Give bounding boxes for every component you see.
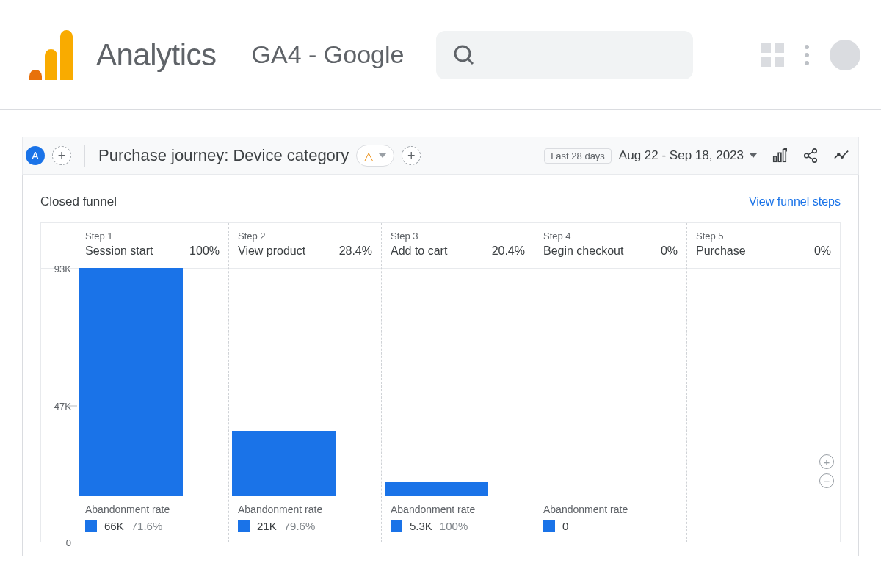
- analytics-logo: [29, 30, 73, 80]
- y-axis: 93K 47K 0: [41, 223, 76, 542]
- more-menu-icon[interactable]: [805, 45, 809, 65]
- step-completion-pct: 100%: [189, 244, 220, 258]
- step-name: View product: [238, 244, 305, 258]
- abandonment-count: 5.3K: [410, 520, 432, 532]
- header-actions: [761, 40, 860, 70]
- abandonment-label: Abandonment rate: [543, 504, 678, 515]
- abandonment-rate: 100%: [440, 520, 468, 532]
- property-name[interactable]: GA4 - Google: [252, 40, 405, 69]
- account-avatar[interactable]: [830, 40, 860, 70]
- svg-point-0: [455, 46, 470, 61]
- funnel-step: Step 3 Add to cart 20.4% Abandonment rat…: [382, 223, 534, 542]
- logo-bar-icon: [60, 30, 73, 80]
- funnel-card: Closed funnel View funnel steps 93K 47K …: [22, 175, 859, 556]
- abandonment-label: Abandonment rate: [391, 504, 525, 515]
- svg-point-11: [841, 156, 844, 158]
- step-number: Step 3: [391, 231, 525, 242]
- funnel-bar: [232, 431, 336, 496]
- customize-report-icon[interactable]: [772, 148, 788, 164]
- warning-triangle-icon: △: [364, 149, 373, 163]
- step-number: Step 5: [696, 231, 831, 242]
- funnel-step: Step 1 Session start 100% Abandonment ra…: [76, 223, 229, 542]
- series-color-swatch: [543, 520, 555, 532]
- divider: [84, 145, 85, 167]
- svg-line-9: [808, 156, 813, 159]
- y-tick-label: 93K: [54, 264, 71, 275]
- search-icon: [452, 43, 476, 67]
- report-title: Purchase journey: Device category: [98, 146, 349, 165]
- funnel-bar: [385, 482, 488, 496]
- apps-grid-icon[interactable]: [761, 43, 784, 67]
- svg-line-8: [808, 152, 813, 155]
- svg-point-7: [813, 159, 817, 163]
- add-comparison-button[interactable]: +: [402, 146, 421, 165]
- abandonment-count: 66K: [104, 520, 124, 532]
- app-header: Analytics GA4 - Google: [0, 0, 881, 110]
- step-completion-pct: 28.4%: [339, 244, 372, 258]
- step-completion-pct: 20.4%: [492, 244, 525, 258]
- segment-chip[interactable]: A: [26, 146, 45, 165]
- svg-line-1: [468, 59, 474, 64]
- funnel-step: Step 5 Purchase 0% + − .: [687, 223, 840, 542]
- abandonment-rate: 71.6%: [131, 520, 163, 532]
- step-number: Step 2: [238, 231, 372, 242]
- funnel-steps: Step 1 Session start 100% Abandonment ra…: [76, 223, 840, 542]
- series-color-swatch: [238, 520, 250, 532]
- date-range-text: Aug 22 - Sep 18, 2023: [619, 148, 744, 163]
- funnel-step: Step 4 Begin checkout 0% Abandonment rat…: [534, 223, 687, 542]
- date-range-picker[interactable]: Aug 22 - Sep 18, 2023: [619, 148, 757, 163]
- svg-point-6: [805, 153, 809, 158]
- brand-name: Analytics: [96, 37, 217, 73]
- svg-rect-3: [778, 153, 781, 161]
- insights-icon[interactable]: [833, 148, 849, 164]
- search-input[interactable]: [436, 31, 693, 79]
- svg-rect-2: [774, 156, 777, 161]
- abandonment-label: Abandonment rate: [85, 504, 220, 515]
- logo-bar-icon: [29, 70, 42, 80]
- chevron-down-icon: [750, 153, 757, 158]
- period-badge: Last 28 days: [544, 148, 612, 164]
- chevron-down-icon: [379, 153, 386, 158]
- step-name: Purchase: [696, 244, 746, 258]
- funnel-chart: 93K 47K 0 Step 1 Session start 100% Aban…: [40, 222, 841, 542]
- step-number: Step 4: [543, 231, 678, 242]
- zoom-out-button[interactable]: −: [819, 473, 834, 488]
- zoom-in-button[interactable]: +: [819, 454, 834, 469]
- abandonment-label: Abandonment rate: [238, 504, 372, 515]
- logo-bar-icon: [45, 49, 57, 80]
- y-tick-label: 47K: [54, 400, 71, 411]
- series-color-swatch: [85, 520, 97, 532]
- abandonment-count: 0: [562, 520, 568, 532]
- svg-rect-4: [783, 150, 786, 162]
- share-icon[interactable]: [802, 148, 819, 164]
- add-segment-button[interactable]: +: [52, 146, 71, 165]
- step-completion-pct: 0%: [661, 244, 678, 258]
- step-name: Session start: [85, 244, 153, 258]
- funnel-step: Step 2 View product 28.4% Abandonment ra…: [229, 223, 382, 542]
- abandonment-count: 21K: [257, 520, 277, 532]
- series-color-swatch: [391, 520, 402, 532]
- step-completion-pct: 0%: [814, 244, 831, 258]
- sampling-warning-dropdown[interactable]: △: [356, 145, 394, 167]
- abandonment-rate: 79.6%: [284, 520, 316, 532]
- report-toolbar: A + Purchase journey: Device category △ …: [22, 137, 859, 175]
- y-tick-label: 0: [66, 537, 71, 548]
- view-funnel-steps-link[interactable]: View funnel steps: [749, 195, 841, 208]
- step-name: Begin checkout: [543, 244, 623, 258]
- step-number: Step 1: [85, 231, 220, 242]
- funnel-bar: [79, 268, 183, 496]
- svg-point-10: [838, 153, 840, 156]
- svg-point-5: [813, 149, 817, 153]
- step-name: Add to cart: [391, 244, 447, 258]
- card-title: Closed funnel: [40, 195, 117, 209]
